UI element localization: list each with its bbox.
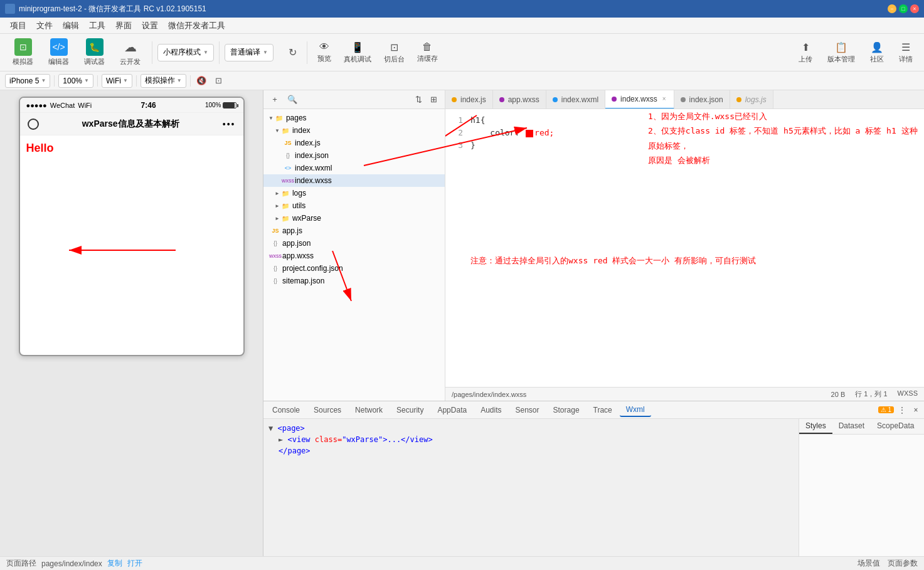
- tab-index-wxml[interactable]: index.wxml: [546, 90, 605, 109]
- simulator-button[interactable]: ⊡ 模拟器: [6, 36, 40, 69]
- folder-icon-pages: 📁: [275, 113, 284, 122]
- bottom-tab-network[interactable]: Network: [349, 404, 389, 416]
- tab-dot-app-wxss: [499, 97, 504, 102]
- menu-item-wechat[interactable]: 微信开发者工具: [163, 19, 230, 33]
- detail-button[interactable]: ☰ 详情: [894, 40, 918, 65]
- bottom-tab-trace[interactable]: Trace: [587, 404, 619, 416]
- tab-label-logs-js: logs.js: [745, 95, 767, 104]
- nav-more[interactable]: •••: [223, 119, 236, 129]
- file-index-json[interactable]: {} index.json: [263, 149, 445, 162]
- tab-index-json[interactable]: index.json: [674, 90, 730, 109]
- app-icon: [5, 4, 15, 14]
- phone-signal: ●●●●● WeChat WiFi: [26, 102, 92, 109]
- file-index-wxss[interactable]: wxss index.wxss: [263, 174, 445, 187]
- bottom-tab-audits[interactable]: Audits: [474, 404, 507, 416]
- mini-mode-dropdown[interactable]: 小程序模式 ▼: [157, 44, 214, 61]
- cloud-button[interactable]: ☁ 云开发: [114, 36, 147, 69]
- open-button[interactable]: 打开: [127, 558, 142, 569]
- layout-button[interactable]: ⊞: [427, 93, 440, 106]
- minimize-button[interactable]: −: [888, 4, 896, 13]
- inspector-tab-dataset[interactable]: Dataset: [832, 419, 871, 434]
- version-button[interactable]: 📋 版本管理: [822, 40, 860, 65]
- tab-app-wxss[interactable]: app.wxss: [493, 90, 546, 109]
- folder-utils[interactable]: ► 📁 utils: [263, 199, 445, 212]
- menu-item-file[interactable]: 文件: [31, 19, 58, 33]
- file-index-js[interactable]: JS index.js: [263, 137, 445, 149]
- menu-item-settings[interactable]: 设置: [137, 19, 163, 33]
- close-button[interactable]: ×: [910, 4, 919, 13]
- bottom-tab-security[interactable]: Security: [390, 404, 430, 416]
- file-index-wxss-label: index.wxss: [295, 176, 332, 185]
- inspector-tab-scopedata[interactable]: ScopeData: [871, 419, 920, 434]
- search-file-button[interactable]: 🔍: [286, 93, 299, 106]
- editor-content[interactable]: 1 h1{ 2 color: red; 3 } 1、因为全局文件.wxss已经引…: [445, 109, 924, 387]
- xml-line-2[interactable]: ► <view class="wxParse">...</view>: [268, 434, 794, 445]
- fullscreen-button[interactable]: ⊡: [212, 74, 226, 88]
- refresh-button[interactable]: ↻: [284, 45, 302, 60]
- community-button[interactable]: 👤 社区: [865, 40, 889, 65]
- bottom-tab-sources[interactable]: Sources: [307, 404, 348, 416]
- bottom-tab-appdata[interactable]: AppData: [431, 404, 473, 416]
- menu-item-project[interactable]: 项目: [5, 19, 31, 33]
- menu-item-interface[interactable]: 界面: [110, 19, 137, 33]
- toolbar: ⊡ 模拟器 </> 编辑器 🐛 调试器 ☁ 云开发 小程序模式 ▼ 普通编译 ▼…: [0, 34, 924, 71]
- file-app-json[interactable]: {} app.json: [263, 237, 445, 250]
- scale-dropdown[interactable]: 100% ▼: [58, 74, 93, 88]
- bottom-tab-console[interactable]: Console: [266, 404, 306, 416]
- file-app-wxss[interactable]: wxss app.wxss: [263, 250, 445, 262]
- bottom-close-button[interactable]: ×: [910, 404, 921, 416]
- scene-label[interactable]: 场景值: [858, 558, 880, 569]
- menu-item-edit[interactable]: 编辑: [58, 19, 84, 33]
- phone-panel: ●●●●● WeChat WiFi 7:46 100% wxParse信息及基本…: [0, 90, 263, 556]
- bottom-tab-storage[interactable]: Storage: [547, 404, 586, 416]
- network-dropdown[interactable]: WiFi ▼: [102, 74, 132, 88]
- mute-button[interactable]: 🔇: [194, 74, 208, 88]
- menu-item-tools[interactable]: 工具: [84, 19, 110, 33]
- compile-arrow: ▼: [263, 50, 268, 55]
- file-sitemap-json[interactable]: {} sitemap.json: [263, 275, 445, 287]
- add-file-button[interactable]: +: [268, 93, 281, 106]
- copy-button[interactable]: 复制: [107, 558, 122, 569]
- camera-button[interactable]: [28, 119, 39, 130]
- folder-index[interactable]: ▼ 📁 index: [263, 124, 445, 137]
- params-label[interactable]: 页面参数: [888, 558, 918, 569]
- file-project-json[interactable]: {} project.config.json: [263, 262, 445, 275]
- debugger-icon: 🐛: [86, 38, 104, 56]
- clear-cache-button[interactable]: 🗑 清缓存: [412, 40, 443, 65]
- file-index-wxml[interactable]: <> index.wxml: [263, 162, 445, 174]
- folder-wxparse[interactable]: ► 📁 wxParse: [263, 212, 445, 224]
- bottom-tab-wxml[interactable]: Wxml: [620, 403, 651, 417]
- tab-close-index-wxss[interactable]: ×: [661, 95, 667, 103]
- file-app-js[interactable]: JS app.js: [263, 224, 445, 237]
- js-icon: JS: [284, 139, 292, 147]
- cut-back-button[interactable]: ⊡ 切后台: [379, 40, 410, 65]
- tab-logs-js[interactable]: logs.js: [730, 90, 773, 109]
- inspector-tab-styles[interactable]: Styles: [799, 419, 832, 434]
- folder-pages[interactable]: ▼ 📁 pages: [263, 112, 445, 124]
- sort-button[interactable]: ⇅: [412, 93, 425, 106]
- upload-button[interactable]: ⬆ 上传: [794, 40, 817, 65]
- folder-logs[interactable]: ► 📁 logs: [263, 187, 445, 199]
- maximize-button[interactable]: □: [899, 4, 908, 13]
- preview-button[interactable]: 👁 预览: [312, 40, 336, 65]
- device-dropdown[interactable]: iPhone 5 ▼: [5, 74, 50, 88]
- debugger-button[interactable]: 🐛 调试器: [78, 36, 111, 69]
- tab-index-wxss[interactable]: index.wxss ×: [605, 90, 674, 109]
- bottom-more-button[interactable]: ⋮: [896, 404, 908, 416]
- real-debug-button[interactable]: 📱 真机调试: [339, 40, 376, 65]
- tab-index-js[interactable]: index.js: [445, 90, 493, 109]
- compile-dropdown[interactable]: 普通编译 ▼: [225, 44, 273, 61]
- clear-cache-icon: 🗑: [422, 41, 432, 53]
- action-dropdown[interactable]: 模拟操作 ▼: [141, 74, 186, 88]
- xml-line-1[interactable]: ▼ <page>: [268, 423, 794, 434]
- preview-icon: 👁: [319, 41, 329, 53]
- wxml-tree: ▼ <page> ► <view class="wxParse">...</vi…: [263, 419, 799, 556]
- file-index-json-label: index.json: [295, 151, 329, 160]
- bottom-tab-sensor[interactable]: Sensor: [509, 404, 546, 416]
- bottom-tab-right: ⚠ 1 ⋮ ×: [878, 404, 921, 416]
- signal-text: ●●●●●: [26, 102, 47, 109]
- editor-button[interactable]: </> 编辑器: [42, 36, 75, 69]
- file-tree-content: ▼ 📁 pages ▼ 📁 index JS index.js: [263, 109, 445, 290]
- upload-icon: ⬆: [802, 41, 810, 53]
- xml-view-rest: >...</view>: [383, 435, 432, 444]
